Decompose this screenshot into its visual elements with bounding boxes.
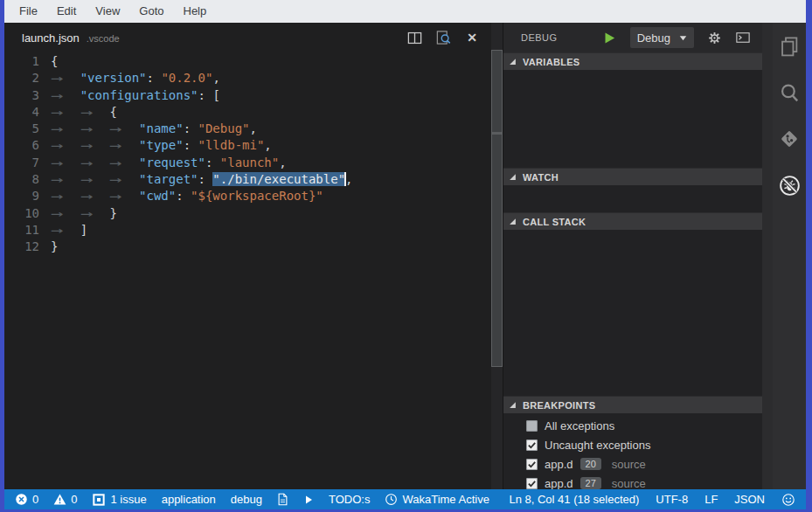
- code-line-1[interactable]: 1{: [4, 53, 491, 70]
- code-token: ,: [279, 156, 286, 170]
- checkbox-checked-icon[interactable]: [526, 459, 538, 470]
- status-item-ln-8-col-41-18-selected[interactable]: Ln 8, Col 41 (18 selected): [509, 493, 639, 506]
- status-item-0[interactable]: 0: [53, 493, 77, 506]
- start-debug-icon[interactable]: [603, 31, 616, 45]
- debug-side-panel: DEBUG Debug VARIABLESWATCHCALL STACKBREA…: [503, 23, 762, 489]
- menu-item-edit[interactable]: Edit: [47, 0, 86, 23]
- section-header-call-stack[interactable]: CALL STACK: [503, 212, 762, 230]
- code-line-3[interactable]: 3→"configurations": [: [4, 87, 491, 104]
- section-label: CALL STACK: [523, 217, 586, 227]
- menu-item-view[interactable]: View: [86, 0, 129, 23]
- source-control-icon[interactable]: [777, 127, 802, 151]
- status-item-document-icon[interactable]: [277, 493, 288, 506]
- line-content: →"version": "0.2.0",: [51, 70, 220, 86]
- editor-scrollbar[interactable]: [491, 23, 503, 489]
- tab-whitespace-marker: →: [80, 104, 110, 121]
- code-line-5[interactable]: 5→→→"name": "Debug",: [4, 121, 491, 137]
- breakpoint-row[interactable]: Uncaught exceptions: [503, 435, 762, 454]
- code-token: "lldb-mi": [198, 138, 265, 152]
- checkbox-unchecked-icon[interactable]: [526, 420, 538, 432]
- code-line-9[interactable]: 9→→→"cwd": "${workspaceRoot}": [4, 188, 491, 204]
- status-item-label: application: [162, 493, 216, 506]
- breakpoint-label: app.d: [545, 458, 573, 471]
- checkbox-checked-icon[interactable]: [526, 439, 538, 451]
- chevron-down-icon: [679, 35, 687, 41]
- status-item-1-issue[interactable]: 1 issue: [92, 493, 146, 507]
- breakpoint-row[interactable]: All exceptions: [503, 416, 762, 435]
- code-token: {: [109, 105, 116, 119]
- section-content-call-stack: [503, 230, 762, 396]
- tab-whitespace-marker: →: [80, 155, 110, 171]
- status-item-0[interactable]: 0: [15, 493, 38, 506]
- checkbox-checked-icon[interactable]: [526, 478, 538, 489]
- menu-item-file[interactable]: File: [10, 0, 47, 23]
- close-editor-icon[interactable]: ✕: [462, 27, 482, 48]
- configure-icon[interactable]: [707, 31, 722, 45]
- selected-text: "./bin/executable": [212, 172, 345, 186]
- code-line-11[interactable]: 11→]: [4, 222, 491, 239]
- line-content: →→→"target": "./bin/executable",: [51, 171, 353, 188]
- status-item-todo-s[interactable]: TODO:s: [329, 493, 370, 506]
- tab-whitespace-marker: →: [80, 205, 110, 222]
- status-item-wakatime-active[interactable]: WakaTime Active: [385, 493, 489, 506]
- status-item-label: Ln 8, Col 41 (18 selected): [509, 493, 639, 506]
- status-bar-left: 001 issueapplicationdebugTODO:sWakaTime …: [15, 493, 489, 507]
- tab-file-name: launch.json: [22, 31, 80, 45]
- status-item-debug[interactable]: debug: [231, 493, 262, 506]
- clock-icon: [385, 493, 398, 506]
- status-item-label: JSON: [734, 493, 765, 506]
- line-number: 4: [4, 104, 51, 121]
- code-line-7[interactable]: 7→→→"request": "launch",: [4, 155, 491, 171]
- code-line-2[interactable]: 2→"version": "0.2.0",: [4, 70, 491, 86]
- code-token: "name": [139, 121, 184, 135]
- status-bar-right: Ln 8, Col 41 (18 selected)UTF-8LFJSON: [509, 493, 795, 507]
- debug-config-label: Debug: [637, 31, 670, 45]
- breakpoint-row[interactable]: app.d27source: [503, 474, 762, 489]
- status-item-run-icon[interactable]: [303, 495, 314, 505]
- editor-group: launch.json .vscode ✕ 1{2→"version": "0.…: [4, 23, 491, 489]
- status-item-label: 0: [32, 493, 38, 506]
- section-header-variables[interactable]: VARIABLES: [503, 52, 762, 70]
- line-number-badge: 20: [580, 458, 601, 470]
- tab-whitespace-marker: →: [109, 121, 139, 137]
- tab-whitespace-marker: →: [80, 171, 110, 188]
- breakpoint-row[interactable]: app.d20source: [503, 454, 762, 474]
- status-item-json[interactable]: JSON: [734, 493, 765, 506]
- files-icon[interactable]: [777, 34, 802, 59]
- code-line-12[interactable]: 12}: [4, 239, 491, 255]
- code-line-10[interactable]: 10→→}: [4, 205, 491, 222]
- status-item-feedback-smiley-icon[interactable]: [781, 493, 795, 507]
- section-header-watch[interactable]: WATCH: [503, 168, 762, 185]
- collapse-arrow-icon: [509, 58, 517, 66]
- debug-config-dropdown[interactable]: Debug: [630, 27, 694, 48]
- code-line-8[interactable]: 8→→→"target": "./bin/executable",: [4, 171, 491, 188]
- line-number: 12: [4, 239, 51, 255]
- debug-console-icon[interactable]: [735, 31, 751, 45]
- code-token: ,: [264, 138, 271, 152]
- debug-icon[interactable]: [777, 173, 802, 197]
- panel-scrollbar[interactable]: [762, 23, 773, 489]
- code-line-6[interactable]: 6→→→"type": "lldb-mi",: [4, 137, 491, 154]
- code-token: : [: [198, 88, 220, 102]
- code-line-4[interactable]: 4→→{: [4, 104, 491, 121]
- status-item-application[interactable]: application: [162, 493, 216, 506]
- menu-item-help[interactable]: Help: [174, 0, 217, 23]
- code-editor[interactable]: 1{2→"version": "0.2.0",3→"configurations…: [4, 52, 491, 256]
- split-editor-icon[interactable]: [404, 27, 425, 48]
- section-content-variables: [503, 70, 762, 168]
- line-content: →→→"type": "lldb-mi",: [51, 137, 272, 154]
- line-number: 1: [4, 53, 51, 70]
- section-header-breakpoints[interactable]: BREAKPOINTS: [503, 396, 762, 413]
- search-icon[interactable]: [777, 80, 802, 105]
- code-token: :: [198, 172, 213, 186]
- open-preview-icon[interactable]: [433, 27, 454, 48]
- editor-scrollbar-thumb[interactable]: [491, 50, 503, 367]
- tab-whitespace-marker: →: [51, 155, 80, 171]
- section-label: WATCH: [523, 172, 559, 183]
- status-item-utf-8[interactable]: UTF-8: [656, 493, 688, 506]
- debug-toolbar: DEBUG Debug: [503, 23, 762, 52]
- tab-launch-json[interactable]: launch.json .vscode: [22, 31, 120, 45]
- line-content: →→→"request": "launch",: [51, 155, 287, 171]
- menu-item-goto[interactable]: Goto: [129, 0, 173, 23]
- status-item-lf[interactable]: LF: [704, 493, 718, 506]
